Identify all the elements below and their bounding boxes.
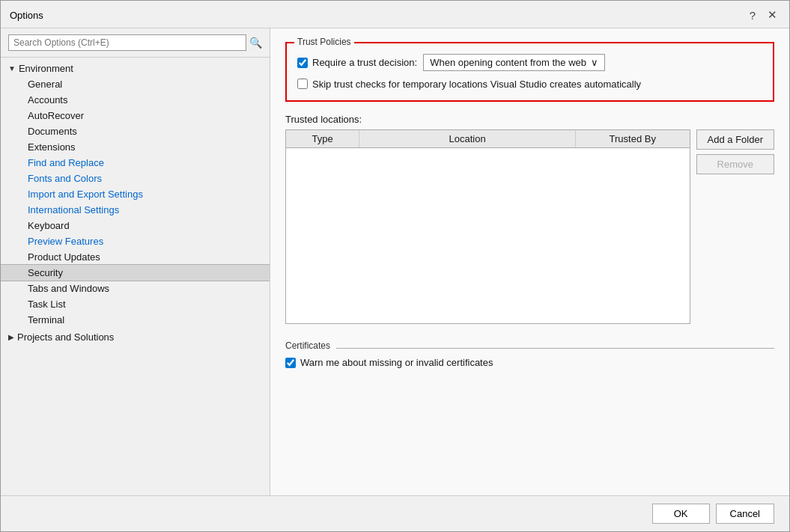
- skip-trust-label: Skip trust checks for temporary location…: [312, 79, 641, 90]
- require-trust-checkbox[interactable]: [297, 58, 308, 68]
- fonts-colors-label: Fonts and Colors: [28, 173, 102, 184]
- documents-label: Documents: [28, 126, 77, 137]
- certs-header-row: Certificates: [285, 340, 774, 351]
- sidebar-item-extensions[interactable]: Extensions: [1, 139, 270, 155]
- sidebar-item-task-list[interactable]: Task List: [1, 296, 270, 312]
- table-header: Type Location Trusted By: [286, 130, 690, 148]
- trusted-locations-area: Trusted locations: Type Location Trusted…: [285, 111, 774, 324]
- sidebar-item-autorecover[interactable]: AutoRecover: [1, 108, 270, 123]
- sidebar-item-keyboard[interactable]: Keyboard: [1, 218, 270, 233]
- sidebar-item-find-and-replace[interactable]: Find and Replace: [1, 155, 270, 171]
- sidebar-item-international[interactable]: International Settings: [1, 202, 270, 218]
- sidebar-item-product-updates[interactable]: Product Updates: [1, 249, 270, 265]
- search-icon[interactable]: 🔍: [249, 37, 262, 49]
- cancel-button[interactable]: Cancel: [716, 504, 774, 524]
- warn-certs-label: Warn me about missing or invalid certifi…: [300, 357, 493, 368]
- search-box-wrap: 🔍: [1, 28, 270, 58]
- title-bar-left: Options: [10, 10, 43, 21]
- sidebar-item-preview-features[interactable]: Preview Features: [1, 233, 270, 249]
- preview-features-label: Preview Features: [28, 236, 103, 247]
- certs-legend: Certificates: [285, 340, 330, 351]
- sidebar-item-general[interactable]: General: [1, 76, 270, 92]
- terminal-label: Terminal: [28, 314, 64, 325]
- import-export-label: Import and Export Settings: [28, 189, 143, 200]
- dialog-title: Options: [10, 10, 43, 21]
- table-body: [286, 148, 690, 313]
- sidebar-item-terminal[interactable]: Terminal: [1, 312, 270, 328]
- environment-label: Environment: [19, 63, 73, 74]
- trust-policies-row: Require a trust decision: When opening c…: [297, 54, 762, 71]
- task-list-label: Task List: [28, 299, 66, 310]
- skip-trust-checkbox[interactable]: [297, 79, 308, 89]
- trust-policies-legend: Trust Policies: [294, 37, 354, 47]
- warn-certs-checkbox[interactable]: [285, 358, 296, 368]
- sidebar-item-import-export[interactable]: Import and Export Settings: [1, 186, 270, 202]
- product-updates-label: Product Updates: [28, 251, 100, 263]
- sidebar-item-security[interactable]: Security: [1, 265, 270, 281]
- help-button[interactable]: ?: [747, 7, 759, 23]
- trust-dropdown-value: When opening content from the web: [430, 57, 586, 68]
- trust-policies-section: Trust Policies Require a trust decision:…: [285, 42, 774, 102]
- sidebar-item-documents[interactable]: Documents: [1, 123, 270, 139]
- certs-divider: [336, 348, 774, 349]
- projects-solutions-label: Projects and Solutions: [17, 331, 114, 343]
- security-label: Security: [28, 267, 63, 278]
- sidebar-item-projects-solutions[interactable]: ▶ Projects and Solutions: [1, 329, 270, 345]
- add-folder-button[interactable]: Add a Folder: [696, 129, 774, 150]
- autorecover-label: AutoRecover: [28, 110, 84, 121]
- search-input[interactable]: [8, 34, 246, 51]
- certificates-section: Certificates Warn me about missing or in…: [285, 333, 774, 368]
- col-trusted-by: Trusted By: [576, 130, 690, 147]
- sidebar-item-fonts-and-colors[interactable]: Fonts and Colors: [1, 171, 270, 186]
- trust-dropdown[interactable]: When opening content from the web ∨: [423, 54, 605, 71]
- certs-row: Warn me about missing or invalid certifi…: [285, 357, 774, 368]
- left-panel: 🔍 ▼ Environment General Accounts AutoRec…: [1, 28, 270, 495]
- right-panel: Trust Policies Require a trust decision:…: [270, 28, 789, 495]
- skip-row: Skip trust checks for temporary location…: [297, 79, 762, 90]
- bottom-bar: OK Cancel: [1, 495, 789, 531]
- tree-area: ▼ Environment General Accounts AutoRecov…: [1, 58, 270, 495]
- col-location: Location: [359, 130, 575, 147]
- trusted-table: Type Location Trusted By: [285, 129, 690, 324]
- title-bar: Options ? ✕: [1, 1, 789, 28]
- sidebar-item-accounts[interactable]: Accounts: [1, 92, 270, 108]
- general-label: General: [28, 79, 62, 90]
- options-dialog: Options ? ✕ 🔍 ▼ Environment General: [0, 0, 790, 532]
- keyboard-label: Keyboard: [28, 220, 70, 231]
- require-trust-label: Require a trust decision:: [312, 57, 417, 68]
- sidebar-item-environment[interactable]: ▼ Environment: [1, 61, 270, 76]
- expand-arrow: ▼: [8, 64, 16, 73]
- dialog-content: 🔍 ▼ Environment General Accounts AutoRec…: [1, 28, 789, 495]
- close-button[interactable]: ✕: [765, 7, 780, 23]
- extensions-label: Extensions: [28, 141, 76, 153]
- title-bar-right: ? ✕: [747, 7, 780, 23]
- col-type: Type: [286, 130, 359, 147]
- projects-arrow: ▶: [8, 333, 14, 341]
- ok-button[interactable]: OK: [652, 504, 710, 524]
- sidebar-item-tabs-windows[interactable]: Tabs and Windows: [1, 281, 270, 296]
- accounts-label: Accounts: [28, 94, 67, 106]
- tabs-windows-label: Tabs and Windows: [28, 283, 109, 294]
- trust-dropdown-arrow: ∨: [591, 57, 598, 68]
- table-actions: Add a Folder Remove: [696, 129, 774, 324]
- find-replace-label: Find and Replace: [28, 157, 104, 168]
- trusted-table-wrap: Type Location Trusted By Add a Folder Re…: [285, 129, 774, 324]
- trusted-locations-label: Trusted locations:: [285, 114, 774, 125]
- require-trust-wrap: Require a trust decision:: [297, 57, 417, 68]
- international-label: International Settings: [28, 204, 119, 215]
- remove-button[interactable]: Remove: [696, 154, 774, 174]
